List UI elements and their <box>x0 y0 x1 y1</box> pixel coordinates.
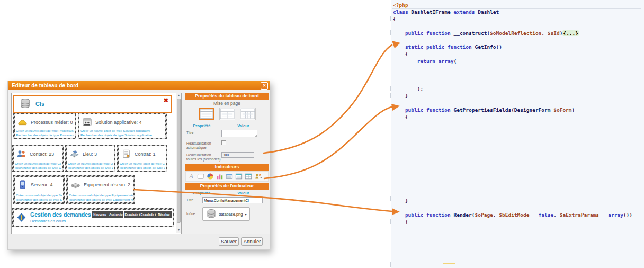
indent-guide <box>406 115 406 196</box>
gutter-mark <box>390 30 391 35</box>
bar-chart-dashlet-icon[interactable] <box>216 173 224 180</box>
tile-link[interactable]: Créer un nouvel objet de type Equipement… <box>69 193 133 198</box>
code-line: static public function GetInfo() <box>393 43 632 50</box>
tile-link[interactable]: Rechercher des objets de type Contact <box>15 166 61 170</box>
dashlet-tile-equipement-reseau[interactable]: Equipement réseau: 2Créer un nouvel obje… <box>66 175 135 204</box>
icon-dropdown-value: database.png <box>219 212 243 217</box>
tile-link[interactable]: Rechercher des objets de type Processus … <box>16 133 74 137</box>
tile-label: Contact: 23 <box>30 151 54 157</box>
status-column-header: Nouveau <box>92 211 108 218</box>
properties-panel: Propriétés du tableau de bord Mise en pa… <box>185 92 269 222</box>
refresh-every-label: Réactualisation toutes les (secondes) <box>186 152 221 162</box>
dashlet-tile-processus-metier[interactable]: Processus métier: 0Créer un nouvel objet… <box>13 113 76 139</box>
status-value: - <box>108 220 123 224</box>
code-line: } <box>393 197 632 204</box>
cancel-button[interactable]: Annuler <box>241 237 263 246</box>
scroll-down-icon[interactable]: ▼ <box>176 228 181 233</box>
contract-icon <box>121 149 132 159</box>
code-line <box>393 72 632 78</box>
dashboard-editor-dialog: Editeur de tableau de bord ✕ CIs ✖ Proce… <box>7 81 270 250</box>
requests-dashlet-title: Gestion des demandes <box>30 211 91 218</box>
indent-guide <box>406 221 406 262</box>
tile-link[interactable]: Rechercher des objets de type Serveur <box>16 198 62 202</box>
scrollbar-thumb[interactable] <box>177 99 181 223</box>
dashlet-cis-header[interactable]: CIs ✖ <box>13 95 172 113</box>
tile-link[interactable]: Créer un nouvel objet de type Serveur <box>16 193 62 198</box>
status-column-header: Escalade ttr <box>140 211 156 218</box>
status-value: - <box>140 220 156 224</box>
group-by-dashlet-icon[interactable] <box>244 173 253 180</box>
dashlet-tile-contrat[interactable]: Contrat: 1Créer un nouvel objet de type … <box>117 145 167 172</box>
tile-link[interactable]: Créer un nouvel objet de type Contact <box>15 162 61 166</box>
application-icon <box>82 117 93 127</box>
code-line <box>393 183 632 190</box>
tile-link[interactable]: Rechercher des objets de type Equipement… <box>69 198 133 202</box>
database-icon <box>206 209 217 219</box>
remove-dashlet-icon[interactable]: ✖ <box>164 97 168 104</box>
gutter-mark <box>390 16 391 21</box>
code-line: class DashletIFrame extends Dashlet <box>393 8 632 15</box>
tile-link[interactable]: Créer un nouvel objet de type Solution a… <box>80 129 165 133</box>
requests-icon <box>16 212 27 222</box>
code-line: public function __construct($oModelRefle… <box>393 30 632 37</box>
dialog-footer: Sauver Annuler <box>8 234 270 249</box>
dashboard-properties-header: Propriétés du tableau de bord <box>185 93 269 100</box>
tile-links: Créer un nouvel objet de type Processus … <box>16 129 74 137</box>
tile-link[interactable]: Rechercher des objets de type Lieu <box>68 166 113 170</box>
text-dashlet-icon[interactable]: A <box>187 173 195 180</box>
close-icon[interactable]: ✕ <box>261 82 268 90</box>
status-value: - <box>156 220 172 224</box>
blank-dashlet-icon[interactable] <box>196 173 205 180</box>
indicator-title-input[interactable] <box>202 197 263 203</box>
gutter-mark <box>390 262 391 267</box>
save-button[interactable]: Sauver <box>219 237 239 246</box>
faded-code-artifact <box>459 264 497 264</box>
faded-code-artifact <box>577 81 616 81</box>
dashlet-tile-serveur[interactable]: Serveur: 4Créer un nouvel objet de type … <box>13 175 65 204</box>
indent-guide <box>406 60 406 86</box>
tile-label: Solution applicative: 4 <box>95 120 142 125</box>
dialog-titlebar[interactable]: Editeur de tableau de bord ✕ <box>8 81 270 90</box>
layout-option-2-col[interactable] <box>219 108 235 120</box>
dashlet-tile-solution-applicative[interactable]: Solution applicative: 4Créer un nouvel o… <box>78 113 167 139</box>
column-valeur: Valeur <box>218 123 269 128</box>
code-line <box>393 120 632 127</box>
dashlet-gestion-demandes[interactable]: Gestion des demandes Demandes en cours N… <box>12 208 174 227</box>
tile-links: Créer un nouvel objet de type LieuRecher… <box>68 162 113 170</box>
tile-link[interactable]: Créer un nouvel objet de type Contrat <box>120 162 165 166</box>
layout-option-3-col[interactable] <box>240 108 256 120</box>
tile-link[interactable]: Rechercher des objets de type Solution a… <box>80 133 165 137</box>
code-line <box>393 78 632 85</box>
dashboard-title-input[interactable] <box>221 130 257 137</box>
dashboard-preview: CIs ✖ Processus métier: 0Créer un nouvel… <box>11 93 182 234</box>
status-value: - <box>124 220 139 224</box>
indicators-header: Indicateurs <box>185 164 269 171</box>
faded-code-artifact <box>598 264 605 264</box>
tile-links: Créer un nouvel objet de type Solution a… <box>80 129 165 137</box>
scroll-up-icon[interactable]: ▲ <box>176 93 181 98</box>
dashlet-tile-lieu[interactable]: Lieu: 3Créer un nouvel objet de type Lie… <box>65 145 115 172</box>
tile-link[interactable]: Créer un nouvel objet de type Processus … <box>16 129 74 133</box>
code-line: return array( <box>393 58 632 65</box>
svg-text:A: A <box>189 173 193 180</box>
icon-dropdown[interactable]: database.png ▾ <box>202 207 250 221</box>
column-propriete: Propriété <box>185 191 218 195</box>
auto-refresh-checkbox[interactable] <box>221 140 226 145</box>
code-line: { <box>393 15 632 22</box>
requests-status-values: ----- <box>92 220 172 224</box>
code-line <box>393 141 632 148</box>
list-dashlet-icon[interactable] <box>225 173 234 180</box>
tile-link[interactable]: Rechercher des objets de type Contrat <box>120 166 165 170</box>
preview-scrollbar[interactable]: ▲ ▼ <box>176 93 181 233</box>
demandes-en-cours-link[interactable]: Demandes en cours <box>30 219 66 224</box>
tile-link[interactable]: Créer un nouvel objet de type Lieu <box>68 162 113 166</box>
faded-code-artifact <box>522 264 549 264</box>
refresh-seconds-input[interactable] <box>221 152 254 158</box>
custom-dashlet-icon[interactable]: + <box>254 173 262 180</box>
pie-chart-dashlet-icon[interactable] <box>206 173 214 180</box>
icon-label: Icône <box>186 207 202 216</box>
object-list-dashlet-icon[interactable] <box>235 173 243 180</box>
code-editor-panel: <?phpclass DashletIFrame extends Dashlet… <box>391 0 644 268</box>
dashlet-tile-contact[interactable]: Contact: 23Créer un nouvel objet de type… <box>12 145 64 172</box>
layout-option-1-col[interactable] <box>199 108 214 120</box>
